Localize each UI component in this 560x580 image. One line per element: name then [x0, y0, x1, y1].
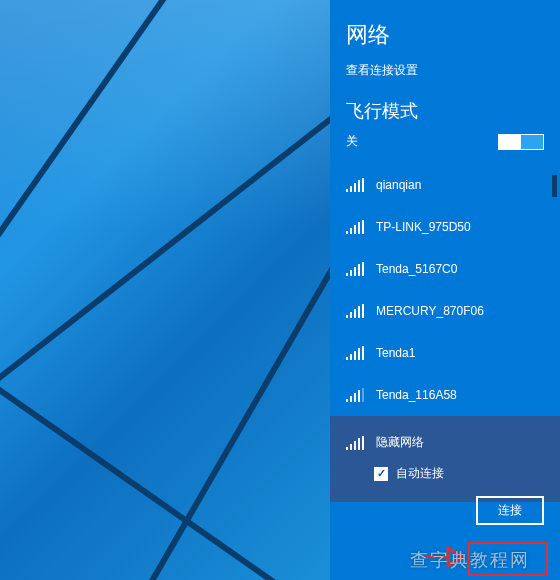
- airplane-mode-toggle[interactable]: [498, 134, 544, 150]
- auto-connect-label: 自动连接: [396, 465, 444, 482]
- connect-button[interactable]: 连接: [476, 496, 544, 525]
- hidden-network-section: 隐藏网络 ✓ 自动连接 连接: [330, 416, 560, 502]
- wifi-network-item[interactable]: Tenda_5167C0: [330, 248, 560, 290]
- decorative-line: [0, 0, 185, 465]
- wifi-network-item[interactable]: TP-LINK_975D50: [330, 206, 560, 248]
- signal-icon: [346, 436, 364, 450]
- signal-icon: [346, 220, 364, 234]
- signal-icon: [346, 388, 364, 402]
- decorative-line: [0, 375, 330, 580]
- network-charm-panel: 网络 查看连接设置 飞行模式 关 qianqian TP-LINK_975D50…: [330, 0, 560, 580]
- decorative-line: [80, 180, 330, 580]
- wifi-network-item[interactable]: Tenda_116A58: [330, 374, 560, 416]
- scrollbar[interactable]: [552, 175, 557, 197]
- signal-icon: [346, 304, 364, 318]
- wifi-name: TP-LINK_975D50: [376, 220, 471, 234]
- auto-connect-checkbox[interactable]: ✓: [374, 467, 388, 481]
- signal-icon: [346, 346, 364, 360]
- wifi-name: Tenda_116A58: [376, 388, 457, 402]
- hidden-network-item[interactable]: 隐藏网络: [330, 426, 560, 457]
- wifi-name: Tenda_5167C0: [376, 262, 457, 276]
- annotation-arrow-icon: [424, 542, 464, 572]
- hidden-network-label: 隐藏网络: [376, 434, 424, 451]
- panel-title: 网络: [330, 20, 560, 62]
- annotation-highlight-box: [468, 542, 548, 576]
- signal-icon: [346, 262, 364, 276]
- wifi-name: qianqian: [376, 178, 421, 192]
- wifi-name: Tenda1: [376, 346, 415, 360]
- airplane-mode-status: 关: [346, 133, 358, 150]
- wifi-name: MERCURY_870F06: [376, 304, 484, 318]
- desktop-wallpaper: [0, 0, 330, 580]
- wifi-network-item[interactable]: Tenda1: [330, 332, 560, 374]
- signal-icon: [346, 178, 364, 192]
- airplane-mode-label: 飞行模式: [330, 95, 560, 133]
- wifi-network-item[interactable]: qianqian: [330, 164, 560, 206]
- wifi-network-list: qianqian TP-LINK_975D50 Tenda_5167C0 MER…: [330, 160, 560, 416]
- view-connection-settings-link[interactable]: 查看连接设置: [330, 62, 560, 95]
- wifi-network-item[interactable]: MERCURY_870F06: [330, 290, 560, 332]
